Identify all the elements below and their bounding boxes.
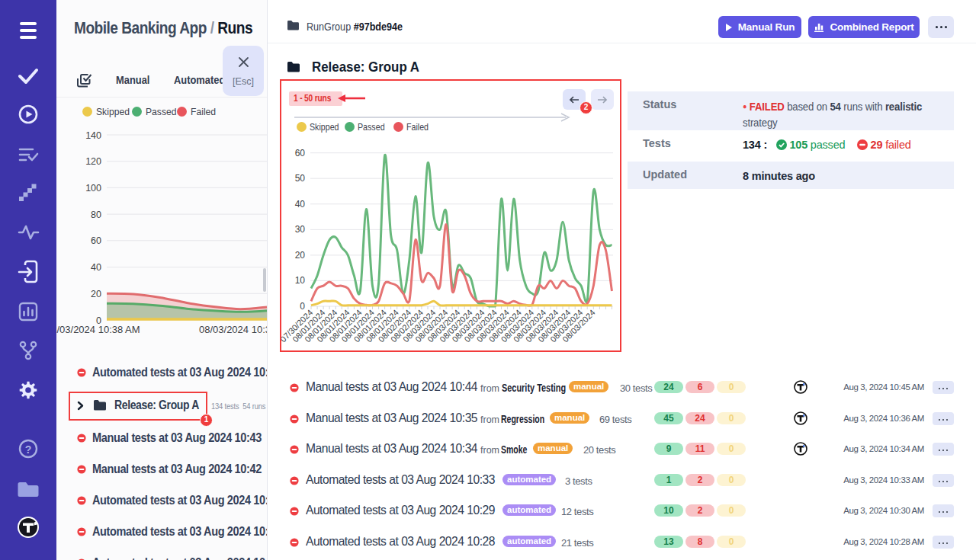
svg-text:140: 140	[85, 130, 101, 141]
svg-text:30: 30	[295, 224, 306, 235]
svg-text:08/03/2024 10:38 AM: 08/03/2024 10:38 AM	[56, 324, 140, 335]
svg-text:60: 60	[91, 235, 101, 246]
svg-text:80: 80	[91, 210, 101, 220]
svg-text:60: 60	[295, 148, 306, 158]
svg-text:50: 50	[295, 173, 306, 184]
svg-text:?: ?	[25, 443, 32, 456]
svg-text:120: 120	[85, 156, 101, 167]
svg-text:20: 20	[91, 289, 101, 299]
svg-text:20: 20	[295, 250, 306, 261]
svg-text:0: 0	[300, 301, 305, 312]
svg-text:40: 40	[295, 199, 306, 210]
svg-text:100: 100	[85, 183, 101, 194]
svg-text:08/03/2024 10:39 AM: 08/03/2024 10:39 AM	[199, 324, 267, 335]
svg-text:10: 10	[295, 275, 306, 286]
svg-text:40: 40	[91, 262, 101, 273]
